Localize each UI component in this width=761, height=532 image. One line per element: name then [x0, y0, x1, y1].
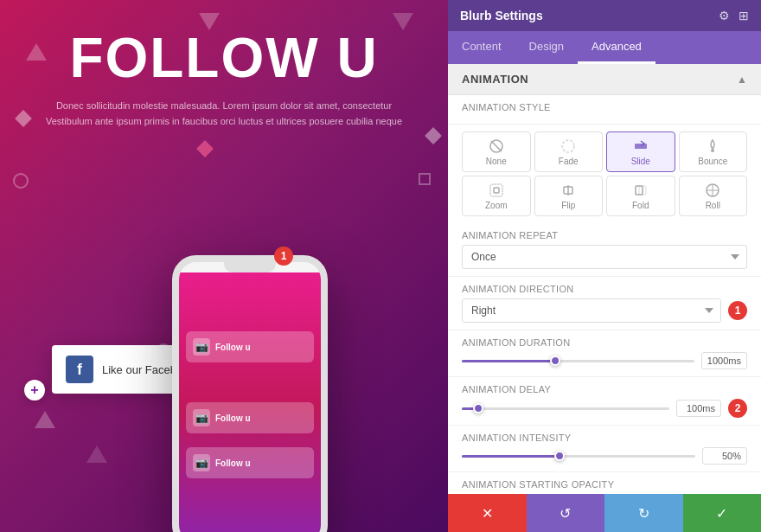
confirm-button[interactable]: ✓ — [683, 494, 762, 532]
facebook-icon: f — [66, 356, 93, 383]
deco-shape — [199, 13, 220, 30]
animation-intensity-track — [462, 455, 695, 458]
animation-direction-select[interactable]: Right Left Top Bottom — [462, 298, 721, 323]
svg-point-4 — [711, 149, 714, 152]
animation-delay-value: 100ms — [676, 400, 721, 417]
section-header[interactable]: Animation ▲ — [448, 64, 761, 95]
anim-slide-label: Slide — [631, 157, 650, 166]
phone-screen: 📷 Follow u 📷 Follow u 📷 Follow u — [179, 272, 321, 532]
animation-opacity-label: Animation Starting Opacity — [462, 479, 747, 490]
badge-1: 1 — [274, 247, 293, 266]
animation-duration-track — [462, 360, 694, 362]
refresh-button[interactable]: ↻ — [604, 494, 683, 532]
deco-shape — [196, 140, 214, 157]
settings-content: Animation ▲ Animation Style None Fade — [448, 64, 761, 494]
animation-intensity-thumb[interactable] — [554, 451, 565, 461]
instagram-icon-2: 📷 — [193, 409, 210, 426]
chevron-up-icon: ▲ — [737, 74, 747, 86]
phone-social-btn-2: 📷 Follow u — [186, 402, 314, 433]
settings-panel: Blurb Settings ⚙ ⊞ Content Design Advanc… — [448, 0, 761, 532]
svg-point-2 — [562, 140, 574, 152]
page-title: FOLLOW U — [0, 0, 448, 90]
anim-zoom-label: Zoom — [485, 201, 508, 210]
anim-bounce[interactable]: Bounce — [679, 131, 748, 172]
animation-intensity-label: Animation Intensity — [462, 433, 747, 443]
animation-duration-thumb[interactable] — [550, 356, 560, 366]
animation-style-row: Animation Style — [448, 95, 761, 125]
cancel-button[interactable]: ✕ — [448, 494, 527, 532]
svg-line-1 — [491, 141, 502, 151]
phone-frame: 📷 Follow u 📷 Follow u 📷 Follow u — [172, 255, 328, 532]
phone-btn-label-1: Follow u — [215, 343, 251, 352]
animation-direction-row: Animation Direction Right Left Top Botto… — [448, 277, 761, 330]
svg-rect-5 — [494, 188, 499, 193]
deco-shape — [425, 127, 442, 144]
slider-fill — [462, 360, 555, 362]
deco-shape — [15, 110, 32, 127]
deco-shape — [35, 411, 55, 428]
anim-roll[interactable]: Roll — [679, 176, 748, 216]
tab-content[interactable]: Content — [448, 31, 515, 64]
animation-delay-track — [462, 407, 669, 410]
page-subtitle: Donec sollicitudin molestie malesuada. L… — [35, 99, 413, 129]
section-title: Animation — [462, 73, 528, 86]
animation-style-label: Animation Style — [462, 102, 747, 112]
tab-advanced[interactable]: Advanced — [578, 31, 655, 64]
anim-zoom[interactable]: Zoom — [462, 176, 531, 216]
animation-section: Animation ▲ Animation Style None Fade — [448, 64, 761, 494]
anim-fade-label: Fade — [559, 157, 579, 166]
badge-2: 2 — [728, 399, 747, 418]
settings-title: Blurb Settings — [460, 9, 543, 22]
animation-delay-thumb[interactable] — [473, 403, 483, 413]
settings-tabs: Content Design Advanced — [448, 31, 761, 64]
header-icons: ⚙ ⊞ — [719, 9, 749, 22]
phone-social-btn-3: 📷 Follow u — [186, 447, 314, 478]
instagram-icon-3: 📷 — [193, 454, 210, 471]
deco-shape — [86, 445, 107, 463]
animation-direction-label: Animation Direction — [462, 284, 747, 294]
deco-shape — [393, 13, 413, 30]
phone-notch — [224, 262, 276, 272]
deco-shape — [419, 173, 431, 185]
badge-1: 1 — [728, 301, 747, 320]
settings-icon[interactable]: ⚙ — [719, 9, 730, 22]
phone-btn-label-3: Follow u — [215, 458, 251, 468]
svg-rect-6 — [490, 184, 502, 196]
animation-opacity-row: Animation Starting Opacity 0% — [448, 472, 761, 494]
phone-mockup: 📷 Follow u 📷 Follow u 📷 Follow u 1 — [172, 255, 345, 532]
animation-duration-row: Animation Duration 1000ms — [448, 330, 761, 377]
anim-roll-label: Roll — [706, 201, 720, 210]
anim-fade[interactable]: Fade — [534, 131, 604, 172]
animation-intensity-row: Animation Intensity 50% — [448, 426, 761, 472]
reset-button[interactable]: ↺ — [527, 494, 605, 532]
phone-social-btn-1: 📷 Follow u — [186, 331, 314, 362]
tab-design[interactable]: Design — [515, 31, 578, 64]
left-panel: FOLLOW U Donec sollicitudin molestie mal… — [0, 0, 448, 532]
anim-bounce-label: Bounce — [698, 157, 727, 166]
animation-duration-label: Animation Duration — [462, 337, 747, 348]
animation-duration-value: 1000ms — [701, 352, 747, 369]
anim-flip[interactable]: Flip — [534, 176, 604, 216]
deco-shape — [26, 43, 47, 61]
anim-none[interactable]: None — [462, 131, 531, 172]
anim-fold[interactable]: Fold — [606, 176, 675, 216]
animation-intensity-value: 50% — [702, 447, 747, 465]
settings-header: Blurb Settings ⚙ ⊞ — [448, 0, 761, 31]
anim-none-label: None — [486, 157, 507, 166]
animation-repeat-select[interactable]: Once Loop None — [462, 245, 747, 269]
expand-icon[interactable]: ⊞ — [739, 9, 749, 22]
add-button[interactable]: + — [24, 380, 45, 401]
anim-slide[interactable]: Slide — [606, 131, 675, 172]
anim-flip-label: Flip — [561, 201, 575, 210]
animation-repeat-row: Animation Repeat Once Loop None — [448, 223, 761, 277]
animation-delay-label: Animation Delay — [462, 384, 747, 394]
slider-fill-3 — [462, 455, 560, 458]
animation-delay-row: Animation Delay 100ms 2 — [448, 377, 761, 426]
anim-fold-label: Fold — [632, 201, 649, 210]
animation-style-grid: None Fade Slide Bounce — [448, 125, 761, 223]
deco-shape — [13, 173, 29, 189]
instagram-icon: 📷 — [193, 338, 210, 356]
settings-footer: ✕ ↺ ↻ ✓ — [448, 494, 761, 532]
animation-repeat-label: Animation Repeat — [462, 230, 747, 240]
phone-btn-label-2: Follow u — [215, 413, 251, 423]
